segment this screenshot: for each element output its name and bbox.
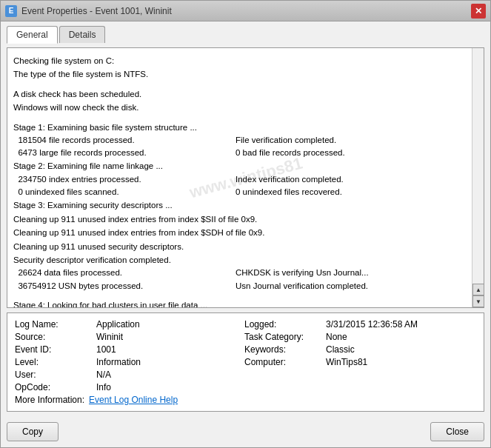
button-bar: Copy Close (1, 416, 490, 447)
user-value: N/A (96, 370, 244, 380)
content-area: Checking file system on C: The type of t… (1, 43, 490, 416)
title-bar-left: E Event Properties - Event 1001, Wininit (5, 5, 172, 17)
copy-button[interactable]: Copy (7, 422, 59, 441)
stage2-row2: 0 unindexed files scanned. 0 unindexed f… (13, 186, 466, 198)
task-category-label: Task Category: (244, 332, 326, 342)
opcode-value: Info (96, 382, 244, 392)
task-category-value: None (326, 332, 476, 342)
keywords-value: Classic (326, 344, 476, 355)
event-text-content: Checking file system on C: The type of t… (13, 54, 466, 307)
scroll-down-button[interactable]: ▼ (472, 295, 484, 307)
event-id-value: 1001 (96, 344, 244, 355)
title-close-button[interactable]: ✕ (471, 4, 486, 19)
event-id-label: Event ID: (15, 344, 96, 355)
stage2-row1: 234750 index entries processed. Index ve… (13, 173, 466, 186)
logged-value: 3/31/2015 12:36:58 AM (326, 319, 476, 330)
source-value: Wininit (96, 332, 244, 342)
stage3-row1: 26624 data files processed. CHKDSK is ve… (13, 267, 466, 279)
window-title: Event Properties - Event 1001, Wininit (21, 6, 172, 16)
keywords-label: Keywords: (244, 344, 326, 355)
level-value: Information (96, 357, 244, 367)
stage1-row2: 6473 large file records processed. 0 bad… (13, 147, 466, 159)
scroll-up-button[interactable]: ▲ (472, 284, 484, 295)
event-text-panel: Checking file system on C: The type of t… (7, 47, 484, 308)
window-icon: E (5, 5, 17, 17)
tab-general[interactable]: General (7, 26, 58, 44)
stage3-row2: 36754912 USN bytes processed. Usn Journa… (13, 280, 466, 292)
scroll-buttons: ▲ ▼ (472, 48, 484, 307)
tab-bar: General Details (1, 21, 490, 43)
level-label: Level: (15, 357, 96, 367)
user-label: User: (15, 370, 96, 380)
title-bar: E Event Properties - Event 1001, Wininit… (1, 1, 490, 21)
log-name-label: Log Name: (15, 319, 96, 330)
info-grid: Log Name: Application Logged: 3/31/2015 … (15, 319, 476, 405)
logged-label: Logged: (244, 319, 326, 330)
more-info-link[interactable]: Event Log Online Help (89, 395, 178, 405)
computer-value: WinTips81 (326, 357, 476, 367)
more-info-row: More Information: Event Log Online Help (15, 395, 476, 405)
computer-label: Computer: (244, 357, 326, 367)
more-info-label: More Information: (15, 395, 84, 405)
tab-details[interactable]: Details (59, 26, 106, 43)
stage1-row1: 181504 file records processed. File veri… (13, 134, 466, 147)
log-name-value: Application (96, 319, 244, 330)
close-button[interactable]: Close (430, 422, 484, 441)
info-panel: Log Name: Application Logged: 3/31/2015 … (7, 312, 484, 412)
main-window: E Event Properties - Event 1001, Wininit… (0, 0, 491, 448)
event-text-scroll[interactable]: Checking file system on C: The type of t… (7, 48, 472, 307)
source-label: Source: (15, 332, 96, 342)
opcode-label: OpCode: (15, 382, 96, 392)
